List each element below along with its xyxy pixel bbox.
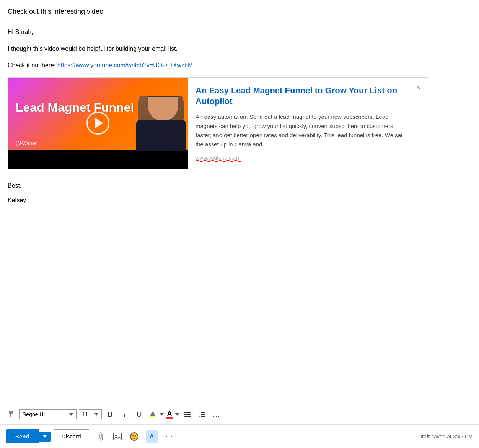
- emoji-icon[interactable]: [129, 431, 140, 442]
- svg-rect-8: [184, 416, 186, 417]
- font-color-bar: [166, 417, 173, 419]
- svg-rect-15: [114, 433, 121, 440]
- more-actions-icon[interactable]: ···: [164, 431, 175, 442]
- font-selector[interactable]: Segoe UI: [19, 409, 77, 419]
- highlight-button[interactable]: [148, 410, 164, 419]
- insert-image-icon[interactable]: [112, 431, 123, 442]
- thumbnail-brand-text: ((AWeber: [16, 140, 37, 146]
- paint-brush-svg: [7, 410, 16, 419]
- font-size-selector[interactable]: 11: [79, 409, 102, 419]
- font-dropdown-chevron: [69, 413, 73, 416]
- video-title: An Easy Lead Magnet Funnel to Grow Your …: [196, 85, 409, 107]
- unordered-list-button[interactable]: [181, 408, 194, 420]
- draft-saved-status: Draft saved at 3:45 PM: [418, 433, 473, 440]
- email-body-prefix: Check it out here:: [8, 62, 57, 68]
- svg-point-19: [135, 435, 136, 436]
- close-button[interactable]: ×: [413, 82, 424, 93]
- email-body-line1: I thought this video would be helpful fo…: [8, 44, 471, 54]
- action-icons-group: A ···: [95, 430, 175, 443]
- youtube-link[interactable]: https://www.youtube.com/watch?v=UO2r_tXw…: [57, 62, 193, 68]
- email-link-line: Check it out here: https://www.youtube.c…: [8, 60, 471, 70]
- highlighter-svg: [148, 410, 156, 419]
- ordered-list-button[interactable]: 1 2 3: [196, 408, 208, 420]
- subject-line: Check out this interesting video: [8, 8, 471, 16]
- signature-best: Best,: [8, 181, 471, 191]
- bold-button[interactable]: B: [104, 408, 116, 420]
- play-triangle-icon: [95, 118, 103, 128]
- font-size-display: 11: [82, 411, 88, 417]
- more-options-button[interactable]: ...: [210, 408, 223, 420]
- svg-point-16: [115, 435, 117, 436]
- video-source: www.youtube.com: [196, 155, 239, 161]
- email-greeting: Hi Sarah,: [8, 27, 471, 37]
- discard-button[interactable]: Discard: [54, 429, 89, 443]
- attachment-icon[interactable]: [95, 431, 106, 442]
- send-chevron-icon: [43, 435, 47, 438]
- svg-rect-7: [184, 414, 186, 415]
- svg-point-18: [132, 435, 134, 436]
- highlight-icon: [148, 410, 157, 419]
- signature-name: Kelsey: [8, 195, 471, 205]
- svg-rect-6: [184, 412, 186, 413]
- more-actions-dots: ···: [166, 432, 173, 440]
- editor-highlight-button[interactable]: A: [146, 430, 158, 443]
- font-color-dropdown-chevron: [175, 413, 179, 416]
- emoji-svg: [130, 432, 139, 441]
- video-description: An easy automation: Send out a lead magn…: [196, 112, 409, 149]
- svg-point-17: [130, 433, 138, 440]
- svg-rect-0: [9, 411, 13, 414]
- unordered-list-svg: [183, 410, 192, 419]
- ordered-list-svg: 1 2 3: [198, 410, 206, 419]
- font-color-button[interactable]: A: [166, 410, 179, 419]
- svg-text:3: 3: [199, 415, 200, 417]
- formatting-toolbar: Segoe UI 11 B I U A: [0, 404, 479, 424]
- send-dropdown-button[interactable]: [39, 432, 51, 442]
- underline-button[interactable]: U: [133, 408, 145, 420]
- play-button[interactable]: [86, 112, 109, 135]
- font-name-display: Segoe UI: [23, 411, 45, 417]
- font-color-icon: A: [166, 410, 173, 419]
- send-button-group: Send: [6, 429, 51, 443]
- italic-button[interactable]: I: [119, 408, 131, 420]
- send-button[interactable]: Send: [6, 429, 39, 443]
- svg-rect-1: [10, 414, 11, 417]
- svg-rect-2: [150, 416, 155, 417]
- video-info: An Easy Lead Magnet Funnel to Grow Your …: [188, 78, 428, 169]
- format-painter-icon[interactable]: [6, 409, 17, 420]
- image-svg: [113, 432, 122, 441]
- thumbnail-title-text: Lead Magnet Funnel: [16, 101, 134, 115]
- highlight-dropdown-chevron: [160, 413, 164, 416]
- font-color-a-letter: A: [167, 410, 172, 417]
- paperclip-svg: [96, 432, 105, 441]
- squiggly-underline: [196, 159, 239, 162]
- thumbnail-bottom-bar: [8, 150, 188, 169]
- action-bar: Send Discard: [0, 424, 479, 448]
- highlight-a-letter: A: [150, 433, 154, 440]
- video-thumbnail[interactable]: Lead Magnet Funnel ((AWeber: [8, 78, 188, 169]
- size-dropdown-chevron: [94, 413, 98, 416]
- video-card: Lead Magnet Funnel ((AWeber An Easy Lead…: [8, 77, 428, 169]
